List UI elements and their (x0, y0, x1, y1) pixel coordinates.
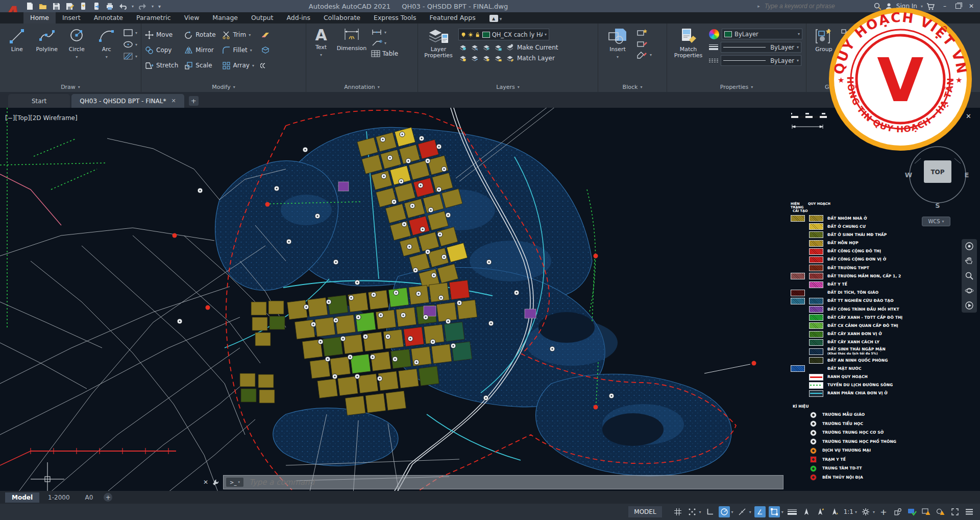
line-tool[interactable]: Line (4, 26, 31, 53)
leader-tool[interactable]: ▾ (371, 39, 398, 46)
qat-customize-icon[interactable]: ▾ (158, 4, 161, 9)
isolate-objects-icon[interactable] (892, 506, 903, 517)
snap-dropdown-icon[interactable]: ▾ (699, 510, 701, 514)
file-tab-start[interactable]: Start (8, 94, 70, 108)
group-button[interactable]: Group (810, 26, 838, 53)
trim-tool[interactable]: Trim▾ (222, 28, 254, 41)
ribbon-tab-collaborate[interactable]: Collaborate (317, 12, 367, 23)
lineweight-display-icon[interactable] (787, 506, 798, 517)
command-bar[interactable]: >_▾ (223, 475, 783, 489)
annotation-autoscale-icon[interactable] (815, 506, 826, 517)
annotation-scale-dropdown-icon[interactable]: ▾ (855, 510, 857, 514)
workspace-dropdown-icon[interactable]: ▾ (873, 510, 875, 514)
pan-icon[interactable] (964, 255, 975, 267)
help-search-input[interactable] (764, 1, 870, 11)
layout-tab-a0[interactable]: A0 (79, 492, 100, 503)
object-snap-icon[interactable] (769, 506, 780, 517)
mirror-tool[interactable]: Mirror (184, 43, 215, 57)
array-dropdown-icon[interactable]: ▾ (252, 63, 254, 68)
command-customize-icon[interactable] (212, 479, 219, 486)
layer-freeze-icon[interactable] (482, 43, 491, 51)
polar-tracking-icon[interactable] (719, 506, 730, 517)
panel-label-properties[interactable]: Properties▾ (667, 82, 806, 92)
layer-properties-button[interactable]: Layer Properties (422, 26, 455, 59)
minimize-button[interactable]: – (938, 1, 951, 12)
open-from-web-icon[interactable] (79, 2, 87, 11)
object-color-dropdown[interactable]: ByLayer ▾ (722, 29, 802, 39)
dynamic-input-icon[interactable]: ∠ (754, 506, 766, 517)
layer-isolate-icon[interactable] (470, 43, 479, 51)
plot-icon[interactable] (105, 2, 114, 11)
fillet-dropdown-icon[interactable]: ▾ (250, 48, 252, 53)
offset-tool[interactable] (260, 59, 271, 72)
annotation-scale-value[interactable]: 1:1 (844, 508, 853, 515)
layer-unisolate-icon[interactable] (458, 54, 468, 62)
panel-label-groups[interactable]: Groups▾ (806, 82, 868, 92)
search-expand-icon[interactable]: ▸ (757, 4, 760, 9)
match-layer-icon[interactable] (505, 54, 514, 62)
canvas-close-icon[interactable]: ✕ (966, 112, 971, 120)
redo-icon[interactable] (138, 2, 147, 11)
file-tab-close-icon[interactable]: ✕ (171, 98, 176, 104)
table-tool[interactable]: Table (371, 50, 398, 57)
rectangle-tool[interactable]: ▾ (123, 29, 137, 37)
panel-label-annotation[interactable]: Annotation▾ (306, 82, 418, 92)
ribbon-tab-output[interactable]: Output (244, 12, 280, 23)
sign-in-dropdown-icon[interactable]: ▾ (921, 4, 923, 9)
search-icon[interactable] (874, 3, 881, 10)
open-folder-icon[interactable] (39, 2, 47, 11)
restore-button[interactable] (951, 1, 965, 12)
new-file-tab-button[interactable]: + (189, 96, 199, 106)
file-tab-active[interactable]: QH03 - QHSDD BPT - FINAL*✕ (71, 94, 184, 108)
sign-in-button[interactable]: Sign In (896, 3, 917, 10)
text-dropdown-icon[interactable]: ▾ (320, 52, 322, 58)
viewcube-south[interactable]: S (935, 202, 940, 209)
match-properties-button[interactable]: Match Properties (671, 26, 706, 59)
make-current-label[interactable]: Make Current (517, 44, 558, 51)
match-layer-label[interactable]: Match Layer (517, 55, 555, 62)
annotation-scale-sync-icon[interactable] (829, 506, 841, 517)
save-as-icon[interactable] (65, 2, 74, 11)
navigation-wheel-icon[interactable] (964, 241, 975, 252)
osnap-dropdown-icon[interactable]: ▾ (781, 510, 783, 514)
layer-previous-icon[interactable] (470, 54, 479, 62)
new-file-icon[interactable] (26, 2, 34, 11)
layer-off-icon[interactable] (458, 43, 468, 51)
ribbon-tab-annotate[interactable]: Annotate (87, 12, 130, 23)
insert-dropdown-icon[interactable]: ▾ (617, 54, 619, 60)
layer-dropdown[interactable]: QH_CX cach ly HATC ▾ (458, 29, 549, 40)
explode-tool[interactable] (260, 43, 271, 57)
circle-dropdown-icon[interactable]: ▾ (76, 54, 78, 60)
viewcube-east[interactable]: E (965, 171, 969, 179)
polar-dropdown-icon[interactable]: ▾ (731, 510, 733, 514)
define-attributes-tool[interactable]: ▾ (636, 51, 652, 59)
customization-plus-icon[interactable]: + (878, 506, 889, 517)
fillet-tool[interactable]: Fillet▾ (222, 43, 254, 57)
showmotion-icon[interactable] (964, 300, 975, 311)
ungroup-tool[interactable] (841, 29, 851, 36)
grid-icon[interactable] (672, 506, 683, 517)
hatch-tool[interactable]: ▾ (123, 52, 137, 60)
snap-mode-icon[interactable] (687, 506, 698, 517)
ellipse-tool[interactable]: ▾ (123, 40, 137, 49)
close-button[interactable]: ✕ (965, 1, 978, 12)
dimension-tool[interactable]: Dimension (335, 26, 368, 52)
otrack-dropdown-icon[interactable]: ▾ (749, 510, 751, 514)
ribbon-display-options-icon[interactable]: ▾ (500, 16, 502, 21)
ribbon-tab-featured-apps[interactable]: Featured Apps (423, 12, 482, 23)
layer-unlock-all-icon[interactable] (494, 54, 503, 62)
copy-tool[interactable]: Copy (145, 43, 178, 57)
hardware-acceleration-icon[interactable] (906, 506, 918, 517)
panel-label-draw[interactable]: Draw▾ (0, 82, 141, 92)
ribbon-tab-express-tools[interactable]: Express Tools (367, 12, 423, 23)
clean-screen-icon[interactable] (949, 506, 961, 517)
security-warning-icon[interactable] (935, 506, 946, 517)
ribbon-tab-view[interactable]: View (178, 12, 206, 23)
command-prompt-icon[interactable]: >_▾ (226, 478, 243, 487)
circle-tool[interactable]: Circle ▾ (63, 26, 90, 60)
user-icon[interactable] (885, 3, 893, 10)
undo-dropdown-icon[interactable]: ▾ (132, 4, 134, 9)
arc-tool[interactable]: Arc ▾ (93, 26, 120, 60)
layer-thaw-all-icon[interactable] (482, 54, 491, 62)
drawing-canvas[interactable]: [−][Top][2D Wireframe] ✕ TOP W E S WCS▾ (0, 108, 980, 491)
